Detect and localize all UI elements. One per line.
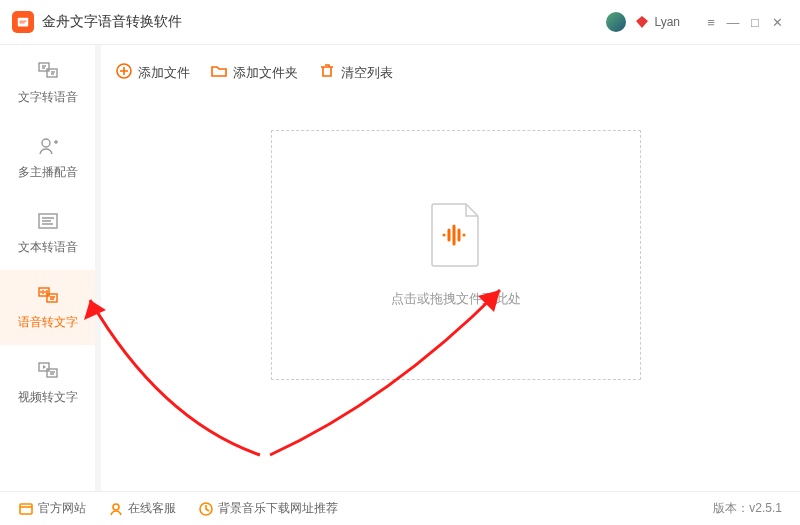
main-panel: 添加文件 添加文件夹 清空列表 点击或拖拽文件至此处 [101, 45, 800, 491]
sidebar-item-label: 文字转语音 [18, 89, 78, 106]
toolbar: 添加文件 添加文件夹 清空列表 [101, 45, 800, 100]
add-file-button[interactable]: 添加文件 [115, 62, 190, 83]
menu-button[interactable]: ≡ [700, 11, 722, 33]
sidebar-item-text-tts[interactable]: 文本转语音 [0, 195, 95, 270]
dropzone-hint: 点击或拖拽文件至此处 [391, 290, 521, 308]
app-title: 金舟文字语音转换软件 [42, 13, 182, 31]
video-to-text-icon [36, 359, 60, 383]
sidebar-item-multi-voice[interactable]: 多主播配音 [0, 120, 95, 195]
maximize-button[interactable]: □ [744, 11, 766, 33]
clear-list-label: 清空列表 [341, 64, 393, 82]
text-tts-icon [36, 209, 60, 233]
bgm-recommend-link[interactable]: 背景音乐下载网址推荐 [198, 500, 338, 517]
sidebar-item-label: 文本转语音 [18, 239, 78, 256]
plus-circle-icon [115, 62, 133, 83]
add-file-label: 添加文件 [138, 64, 190, 82]
add-folder-button[interactable]: 添加文件夹 [210, 62, 298, 83]
titlebar: 金舟文字语音转换软件 Lyan ≡ — □ ✕ [0, 0, 800, 45]
username-label: Lyan [654, 15, 680, 29]
official-site-link[interactable]: 官方网站 [18, 500, 86, 517]
close-button[interactable]: ✕ [766, 11, 788, 33]
svg-rect-10 [20, 504, 32, 514]
dropzone[interactable]: 点击或拖拽文件至此处 [271, 130, 641, 380]
version-label: 版本：v2.5.1 [713, 500, 782, 517]
minimize-button[interactable]: — [722, 11, 744, 33]
bgm-recommend-label: 背景音乐下载网址推荐 [218, 500, 338, 517]
official-site-label: 官方网站 [38, 500, 86, 517]
sidebar-item-speech-to-text[interactable]: 语音转文字 [0, 270, 95, 345]
sidebar-item-label: 视频转文字 [18, 389, 78, 406]
online-service-link[interactable]: 在线客服 [108, 500, 176, 517]
add-folder-label: 添加文件夹 [233, 64, 298, 82]
avatar-icon[interactable] [606, 12, 626, 32]
sidebar-item-label: 多主播配音 [18, 164, 78, 181]
svg-point-3 [42, 139, 50, 147]
text-to-speech-icon [36, 59, 60, 83]
sidebar: 文字转语音 多主播配音 文本转语音 语音转文字 视频转文字 [0, 45, 95, 491]
multi-voice-icon [36, 134, 60, 158]
folder-icon [210, 62, 228, 83]
app-logo-icon [12, 11, 34, 33]
online-service-label: 在线客服 [128, 500, 176, 517]
clear-icon [318, 62, 336, 83]
svg-point-11 [113, 504, 119, 510]
audio-file-icon [428, 202, 484, 272]
sidebar-item-text-to-speech[interactable]: 文字转语音 [0, 45, 95, 120]
speech-to-text-icon [36, 284, 60, 308]
footer: 官方网站 在线客服 背景音乐下载网址推荐 版本：v2.5.1 [0, 491, 800, 525]
sidebar-item-label: 语音转文字 [18, 314, 78, 331]
svg-rect-0 [18, 18, 29, 27]
sidebar-item-video-to-text[interactable]: 视频转文字 [0, 345, 95, 420]
clear-list-button[interactable]: 清空列表 [318, 62, 393, 83]
gem-icon [634, 14, 650, 30]
